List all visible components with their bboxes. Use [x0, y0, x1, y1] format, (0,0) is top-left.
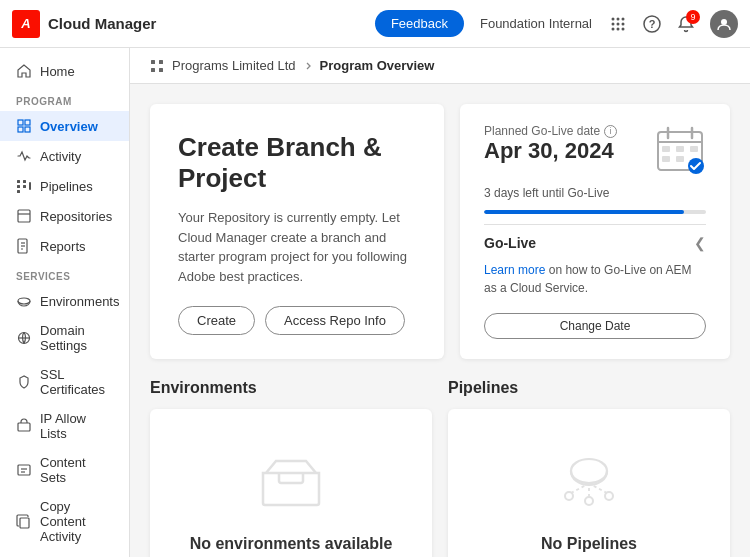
- golive-progress-label: 3 days left until Go-Live: [484, 186, 706, 200]
- help-icon[interactable]: ?: [642, 14, 662, 34]
- svg-point-8: [622, 27, 625, 30]
- sidebar-item-network[interactable]: Network Infrastructures: [0, 551, 129, 557]
- svg-rect-45: [151, 68, 155, 72]
- golive-progress-fill: [484, 210, 684, 214]
- activity-icon: [16, 148, 32, 164]
- feedback-button[interactable]: Feedback: [375, 10, 464, 37]
- svg-point-57: [571, 459, 607, 483]
- avatar[interactable]: [710, 10, 738, 38]
- create-button[interactable]: Create: [178, 306, 255, 335]
- golive-chevron-icon[interactable]: ❮: [694, 235, 706, 251]
- sidebar-item-ssl-certs[interactable]: SSL Certificates: [0, 360, 129, 404]
- svg-rect-19: [23, 180, 26, 183]
- grid-icon[interactable]: [608, 14, 628, 34]
- calendar-icon: [654, 124, 706, 176]
- program-section-label: PROGRAM: [0, 86, 129, 111]
- svg-point-7: [617, 27, 620, 30]
- pipelines-title: Pipelines: [448, 379, 730, 397]
- nav-org: Foundation Internal: [480, 16, 592, 31]
- svg-point-28: [18, 298, 30, 304]
- top-nav: A Cloud Manager Feedback Foundation Inte…: [0, 0, 750, 48]
- domain-icon: [16, 330, 32, 346]
- golive-learn-more-link[interactable]: Learn more: [484, 263, 545, 277]
- golive-divider: [484, 224, 706, 225]
- svg-rect-43: [151, 60, 155, 64]
- golive-link-text: Learn more on how to Go-Live on AEM as a…: [484, 261, 706, 297]
- overview-icon: [16, 118, 32, 134]
- pipelines-icon: [16, 178, 32, 194]
- sidebar-item-environments[interactable]: Environments: [0, 286, 129, 316]
- app-body: Home PROGRAM Overview Activity Pipelines: [0, 48, 750, 557]
- ssl-icon: [16, 374, 32, 390]
- access-repo-button[interactable]: Access Repo Info: [265, 306, 405, 335]
- environments-icon: [16, 293, 32, 309]
- svg-rect-53: [690, 146, 698, 152]
- sidebar-item-pipelines[interactable]: Pipelines: [0, 171, 129, 201]
- svg-rect-51: [662, 146, 670, 152]
- golive-date: Apr 30, 2024: [484, 138, 617, 164]
- card-create-description: Your Repository is currently empty. Let …: [178, 208, 416, 286]
- environments-empty-card: No environments available Select Add Env…: [150, 409, 432, 557]
- ip-icon: [16, 418, 32, 434]
- svg-point-0: [612, 17, 615, 20]
- pipelines-section: Pipelines: [448, 379, 730, 557]
- sidebar-item-home[interactable]: Home: [0, 56, 129, 86]
- environments-empty-icon: [251, 441, 331, 521]
- adobe-icon: A: [12, 10, 40, 38]
- golive-header: Planned Go-Live date i Apr 30, 2024: [484, 124, 706, 176]
- svg-rect-52: [676, 146, 684, 152]
- notification-icon[interactable]: 9: [676, 14, 696, 34]
- content-icon: [16, 462, 32, 478]
- svg-rect-35: [20, 518, 29, 528]
- sidebar-item-reports[interactable]: Reports: [0, 231, 129, 261]
- golive-section: Go-Live ❮: [484, 235, 706, 251]
- change-date-button[interactable]: Change Date: [484, 313, 706, 339]
- nav-title: Cloud Manager: [48, 15, 156, 32]
- svg-line-62: [592, 485, 607, 493]
- sidebar: Home PROGRAM Overview Activity Pipelines: [0, 48, 130, 557]
- nav-logo: A Cloud Manager: [12, 10, 156, 38]
- svg-rect-55: [676, 156, 684, 162]
- svg-rect-20: [23, 185, 26, 188]
- svg-rect-46: [159, 68, 163, 72]
- svg-point-59: [585, 497, 593, 505]
- section-row: Environments No environments available S…: [150, 379, 730, 557]
- sidebar-item-repositories[interactable]: Repositories: [0, 201, 129, 231]
- svg-rect-15: [25, 127, 30, 132]
- svg-rect-12: [18, 120, 23, 125]
- environments-title: Environments: [150, 379, 432, 397]
- sidebar-item-copy-content[interactable]: Copy Content Activity: [0, 492, 129, 551]
- home-icon: [16, 63, 32, 79]
- info-icon[interactable]: i: [604, 125, 617, 138]
- breadcrumb-org[interactable]: Programs Limited Ltd: [150, 58, 314, 73]
- notif-badge: 9: [686, 10, 700, 24]
- sidebar-item-activity[interactable]: Activity: [0, 141, 129, 171]
- services-section-label: SERVICES: [0, 261, 129, 286]
- svg-rect-32: [18, 465, 30, 475]
- card-create-buttons: Create Access Repo Info: [178, 306, 416, 335]
- svg-point-5: [622, 22, 625, 25]
- svg-point-6: [612, 27, 615, 30]
- card-golive: Planned Go-Live date i Apr 30, 2024: [460, 104, 730, 359]
- environments-section: Environments No environments available S…: [150, 379, 432, 557]
- golive-label: Planned Go-Live date i: [484, 124, 617, 138]
- reports-icon: [16, 238, 32, 254]
- svg-rect-44: [159, 60, 163, 64]
- sidebar-item-content-sets[interactable]: Content Sets: [0, 448, 129, 492]
- breadcrumb: Programs Limited Ltd Program Overview: [130, 48, 750, 84]
- sidebar-item-ip-allow[interactable]: IP Allow Lists: [0, 404, 129, 448]
- sidebar-item-domain-settings[interactable]: Domain Settings: [0, 316, 129, 360]
- svg-rect-21: [29, 182, 31, 190]
- svg-rect-54: [662, 156, 670, 162]
- svg-point-2: [622, 17, 625, 20]
- svg-rect-31: [18, 423, 30, 431]
- svg-rect-17: [17, 185, 20, 188]
- sidebar-item-overview[interactable]: Overview: [0, 111, 129, 141]
- svg-line-61: [571, 485, 586, 493]
- svg-rect-13: [25, 120, 30, 125]
- golive-section-title: Go-Live: [484, 235, 536, 251]
- svg-point-3: [612, 22, 615, 25]
- golive-progress-bar: [484, 210, 706, 214]
- svg-rect-14: [18, 127, 23, 132]
- svg-rect-16: [17, 180, 20, 183]
